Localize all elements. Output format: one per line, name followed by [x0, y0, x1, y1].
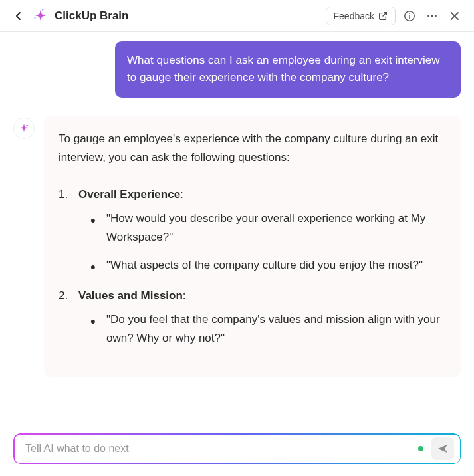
list-section: 1. Overall Experience: [59, 185, 446, 204]
list-section: 2. Values and Mission: [59, 287, 446, 305]
svg-point-5 [435, 15, 437, 17]
ai-intro-text: To gauge an employee's experience with t… [59, 130, 446, 167]
more-horizontal-icon [426, 10, 438, 22]
more-button[interactable] [423, 7, 441, 25]
input-bar [13, 433, 461, 464]
list-item: "Do you feel that the company's values a… [89, 310, 446, 348]
header: ClickUp Brain Feedback [0, 0, 474, 32]
list-item: "How would you describe your overall exp… [89, 209, 446, 247]
prompt-input[interactable] [25, 437, 418, 460]
bullet-list: "Do you feel that the company's values a… [89, 310, 446, 348]
header-right: Feedback [326, 7, 463, 25]
header-left: ClickUp Brain [11, 8, 128, 24]
input-bar-container [0, 425, 474, 476]
user-message-row: What questions can I ask an employee dur… [13, 41, 461, 98]
svg-point-4 [431, 15, 433, 17]
info-icon [404, 10, 415, 22]
send-button[interactable] [431, 437, 454, 460]
feedback-button[interactable]: Feedback [326, 7, 396, 25]
svg-point-2 [409, 13, 410, 13]
close-icon [449, 11, 460, 21]
list-item: "What aspects of the company culture did… [89, 256, 446, 275]
status-indicator [418, 446, 423, 451]
list-number: 1. [59, 185, 78, 204]
user-message: What questions can I ask an employee dur… [115, 41, 461, 98]
list-heading: Overall Experience [78, 188, 180, 201]
chevron-left-icon [13, 11, 24, 21]
list-heading: Values and Mission [78, 289, 183, 302]
send-icon [437, 443, 449, 455]
ai-avatar [13, 118, 35, 139]
sparkle-icon [19, 123, 29, 134]
chat-area: What questions can I ask an employee dur… [0, 32, 474, 425]
ai-message: To gauge an employee's experience with t… [44, 116, 461, 377]
close-button[interactable] [446, 7, 463, 25]
bullet-list: "How would you describe your overall exp… [89, 209, 446, 275]
info-button[interactable] [401, 7, 418, 25]
sparkle-icon [33, 9, 48, 23]
list-number: 2. [59, 287, 78, 305]
page-title: ClickUp Brain [55, 9, 128, 23]
feedback-label: Feedback [334, 11, 374, 21]
ai-message-row: To gauge an employee's experience with t… [13, 116, 461, 377]
svg-point-3 [427, 15, 429, 17]
external-link-icon [378, 11, 388, 21]
back-button[interactable] [11, 8, 27, 24]
